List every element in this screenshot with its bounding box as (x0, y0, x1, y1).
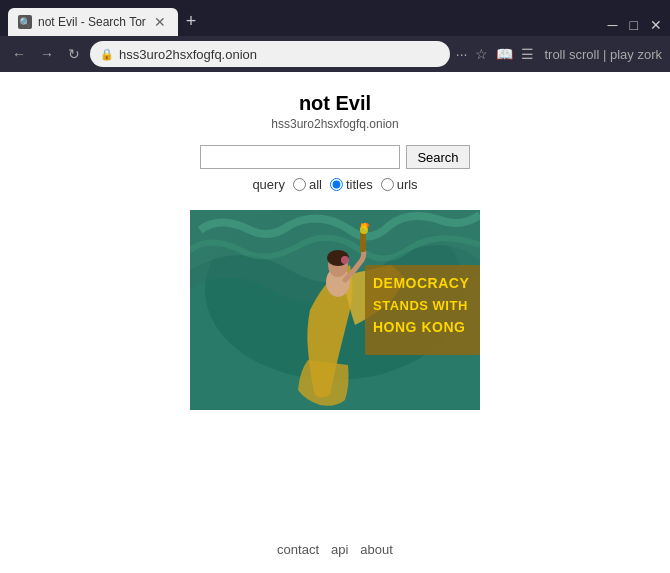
radio-all-label[interactable]: all (293, 177, 322, 192)
svg-point-7 (360, 226, 368, 234)
browser-window: 🔍 not Evil - Search Tor ✕ + ─ □ ✕ ← → ↻ … (0, 0, 670, 573)
svg-point-5 (341, 256, 349, 264)
search-row: Search (200, 145, 469, 169)
address-text: hss3uro2hsxfogfq.onion (119, 47, 440, 62)
maximize-button[interactable]: □ (630, 18, 638, 32)
tab-title: not Evil - Search Tor (38, 15, 146, 29)
lock-icon: 🔒 (100, 48, 114, 61)
contact-link[interactable]: contact (277, 542, 319, 557)
close-window-button[interactable]: ✕ (650, 18, 662, 32)
radio-all[interactable] (293, 178, 306, 191)
page-content: not Evil hss3uro2hsxfogfq.onion Search q… (0, 72, 670, 573)
search-input[interactable] (200, 145, 400, 169)
tab-close-button[interactable]: ✕ (152, 15, 168, 29)
query-label: query (252, 177, 285, 192)
poster-image: DEMOCRACY STANDS WITH HONG KONG (190, 210, 480, 410)
toolbar-right: ··· ☆ 📖 ☰ (456, 46, 535, 62)
overflow-menu-icon[interactable]: ··· (456, 46, 468, 62)
search-button[interactable]: Search (406, 145, 469, 169)
site-url: hss3uro2hsxfogfq.onion (271, 117, 398, 131)
troll-scroll-link[interactable]: troll scroll (544, 47, 599, 62)
reload-button[interactable]: ↻ (64, 44, 84, 64)
back-button[interactable]: ← (8, 44, 30, 64)
radio-titles-label[interactable]: titles (330, 177, 373, 192)
radio-row: query all titles urls (252, 177, 417, 192)
svg-text:STANDS WITH: STANDS WITH (373, 298, 468, 313)
toolbar-links: troll scroll | play zork (544, 47, 662, 62)
site-title: not Evil (299, 92, 371, 115)
radio-titles[interactable] (330, 178, 343, 191)
reading-mode-icon[interactable]: 📖 (496, 46, 513, 62)
svg-text:DEMOCRACY: DEMOCRACY (373, 275, 469, 291)
radio-urls-label[interactable]: urls (381, 177, 418, 192)
minimize-button[interactable]: ─ (608, 18, 618, 32)
api-link[interactable]: api (331, 542, 348, 557)
active-tab[interactable]: 🔍 not Evil - Search Tor ✕ (8, 8, 178, 36)
address-input-wrap[interactable]: 🔒 hss3uro2hsxfogfq.onion (90, 41, 450, 67)
about-link[interactable]: about (360, 542, 393, 557)
window-controls: ─ □ ✕ (608, 18, 662, 36)
play-zork-link[interactable]: play zork (610, 47, 662, 62)
footer-links: contact api about (277, 530, 393, 573)
address-bar: ← → ↻ 🔒 hss3uro2hsxfogfq.onion ··· ☆ 📖 ☰… (0, 36, 670, 72)
svg-rect-6 (360, 232, 366, 252)
radio-urls[interactable] (381, 178, 394, 191)
bookmark-icon[interactable]: ☆ (475, 46, 488, 62)
settings-icon[interactable]: ☰ (521, 46, 534, 62)
new-tab-button[interactable]: + (178, 11, 205, 32)
svg-text:HONG KONG: HONG KONG (373, 319, 465, 335)
forward-button[interactable]: → (36, 44, 58, 64)
tab-favicon: 🔍 (18, 15, 32, 29)
tab-bar: 🔍 not Evil - Search Tor ✕ + ─ □ ✕ (0, 0, 670, 36)
